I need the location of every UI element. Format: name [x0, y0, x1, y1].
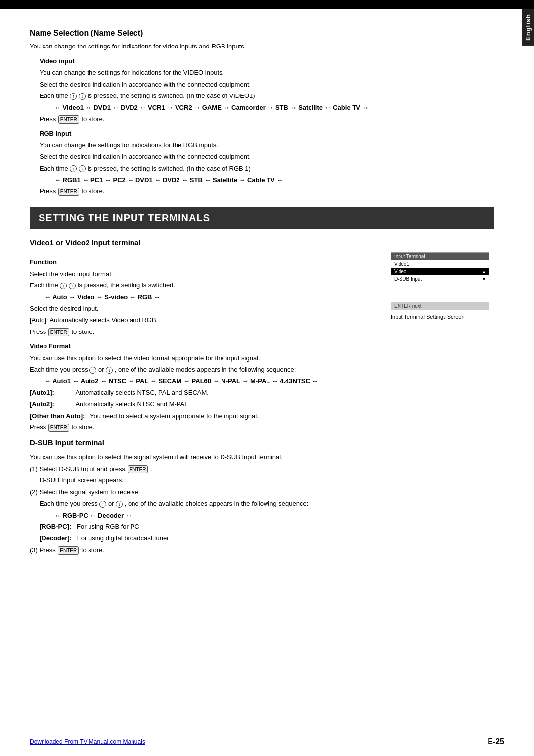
auto2-desc: [Auto2]: Automatically selects NTSC and … [30, 399, 376, 409]
dsub-step3: (3) Press ENTER to store. [30, 545, 494, 555]
dsub-step1-desc: D-SUB Input screen appears. [40, 475, 494, 485]
vf-press-store: Press ENTER to store. [30, 423, 376, 432]
video-press-store: Press ENTER to store. [40, 114, 494, 124]
preview-title: Input Terminal [394, 254, 425, 259]
video-format-line1: You can use this option to select the vi… [30, 353, 376, 363]
dsub-down-icon: ↓ [116, 501, 123, 508]
name-selection-intro: You can change the settings for indicati… [30, 42, 494, 51]
preview-dsub-label: D-SUB Input [394, 276, 422, 282]
name-selection-title: Name Selection (Name Select) [30, 29, 494, 38]
preview-caption: Input Terminal Settings Screen [391, 313, 465, 321]
dsub-up-icon: ↑ [99, 501, 106, 508]
dsub-step3-enter-icon: ENTER [58, 546, 79, 555]
dsub-step2-wrap: Each time you press ↑ or ↓ , one of the … [40, 499, 494, 543]
rgb-press-store: Press ENTER to store. [40, 187, 494, 196]
rgb-up-button-icon: ↑ [70, 165, 77, 172]
video-format-heading: Video Format [30, 341, 376, 351]
rgb-input-section: RGB input You can change the settings fo… [40, 129, 494, 196]
footer: Downloaded From TV-Manual.com Manuals E-… [30, 737, 504, 746]
rgb-each-time-label: Each time [40, 165, 68, 172]
function-heading: Function [30, 257, 376, 267]
preview-bottom-label: ENTER next [394, 303, 422, 309]
func-enter-icon: ENTER [48, 328, 69, 336]
video-sequence: ↔ Video1 ↔ DVD1 ↔ DVD2 ↔ VCR1 ↔ VCR2 ↔ G… [54, 104, 494, 111]
auto-desc: [Auto]: Automatically selects Video and … [30, 315, 376, 325]
preview-row-2: Video ▲ [391, 268, 489, 275]
other-desc: [Other than Auto]: You need to select a … [30, 411, 376, 421]
rgb-down-button-icon: ↓ [79, 165, 86, 172]
function-line2: Each time ↑ ↓ is pressed, the setting is… [30, 281, 376, 290]
preview-down-arrow: ▼ [482, 277, 486, 282]
function-each-time: Each time [30, 282, 58, 289]
video-input-heading: Video input [40, 56, 494, 66]
footer-link[interactable]: Downloaded From TV-Manual.com Manuals [30, 738, 145, 745]
function-line2b: is pressed, the setting is switched. [78, 282, 175, 289]
decoder-desc: [Decoder]: For using digital broadcast t… [40, 533, 494, 543]
enter-button-icon: ENTER [58, 115, 79, 124]
rgb-input-line1: You can change the settings for indicati… [40, 141, 494, 150]
video1-section-content: Function Select the video input format. … [30, 252, 494, 434]
dsub-enter-icon: ENTER [128, 465, 148, 473]
video-input-section: Video input You can change the settings … [40, 56, 494, 124]
video1-section-title: Video1 or Video2 Input terminal [30, 237, 494, 249]
up-button-icon: ↑ [70, 93, 77, 100]
preview-title-bar: Input Terminal [391, 253, 489, 260]
func-up-icon: ↑ [60, 283, 67, 289]
page-number: E-25 [488, 737, 504, 746]
preview-row-1: Video1 [391, 260, 489, 268]
top-bar [0, 0, 534, 9]
preview-box: Input Terminal Video1 Video ▲ D-SUB Inpu… [391, 252, 490, 310]
dsub-section-title: D-SUB Input terminal [30, 437, 494, 449]
rgb-enter-button-icon: ENTER [58, 188, 79, 196]
rgb-input-line3b: is pressed, the setting is switched. (In… [88, 165, 251, 172]
rgb-input-line2: Select the desired indication in accorda… [40, 152, 494, 162]
function-sequence: ↔ Auto ↔ Video ↔ S-video ↔ RGB ↔ [44, 293, 376, 301]
func-down-icon: ↓ [69, 283, 76, 289]
down-button-icon: ↓ [79, 93, 86, 100]
video-input-line3: Each time ↑ ↓ is pressed, the setting is… [40, 91, 494, 101]
video-format-line2: Each time you press ↑ or ↓ , one of the … [30, 365, 376, 375]
rgb-input-line3: Each time ↑ ↓ is pressed, the setting is… [40, 164, 494, 174]
auto1-desc: [Auto1]: Automatically selects NTSC, PAL… [30, 388, 376, 398]
dsub-intro: You can use this option to select the si… [30, 452, 494, 462]
preview-bottom: ENTER next [391, 302, 489, 310]
dsub-sequence: ↔ RGB-PC ↔ Decoder ↔ [54, 512, 494, 519]
vf-up-icon: ↑ [89, 367, 96, 374]
dsub-step2b: Each time you press ↑ or ↓ , one of the … [40, 499, 494, 509]
function-press-store: Press ENTER to store. [30, 327, 376, 337]
vf-down-icon: ↓ [106, 367, 113, 374]
screen-preview-container: Input Terminal Video1 Video ▲ D-SUB Inpu… [391, 252, 494, 434]
dsub-step1: (1) Select D-SUB Input and press ENTER . [30, 464, 494, 474]
english-tab: English [522, 9, 534, 46]
preview-video-label: Video [394, 269, 406, 274]
rgb-sequence: ↔ RGB1 ↔ PC1 ↔ PC2 ↔ DVD1 ↔ DVD2 ↔ STB ↔… [54, 176, 494, 184]
function-line1: Select the video input format. [30, 269, 376, 279]
video1-text: Function Select the video input format. … [30, 252, 376, 434]
main-content: Name Selection (Name Select) You can cha… [0, 9, 534, 571]
dsub-step2: (2) Select the signal system to receive. [30, 487, 494, 497]
rgbpc-desc: [RGB-PC]: For using RGB for PC [40, 522, 494, 532]
setting-input-terminals-header: SETTING THE INPUT TERMINALS [30, 207, 494, 229]
video-input-line2: Select the desired indication in accorda… [40, 80, 494, 90]
video-input-line1: You can change the settings for indicati… [40, 68, 494, 78]
rgb-input-heading: RGB input [40, 129, 494, 139]
preview-row-3: D-SUB Input ▼ [391, 275, 489, 283]
each-time-label: Each time [40, 92, 68, 99]
dsub-step1-desc-wrap: D-SUB Input screen appears. [40, 475, 494, 485]
video-format-sequence: ↔ Auto1 ↔ Auto2 ↔ NTSC ↔ PAL ↔ SECAM ↔ P… [44, 378, 376, 385]
function-line3: Select the desired input. [30, 304, 376, 314]
preview-video1-label: Video1 [394, 261, 409, 267]
video-input-line3b: is pressed, the setting is switched. (In… [88, 92, 255, 99]
vf-enter-icon: ENTER [48, 424, 69, 432]
preview-up-arrow: ▲ [482, 269, 486, 274]
